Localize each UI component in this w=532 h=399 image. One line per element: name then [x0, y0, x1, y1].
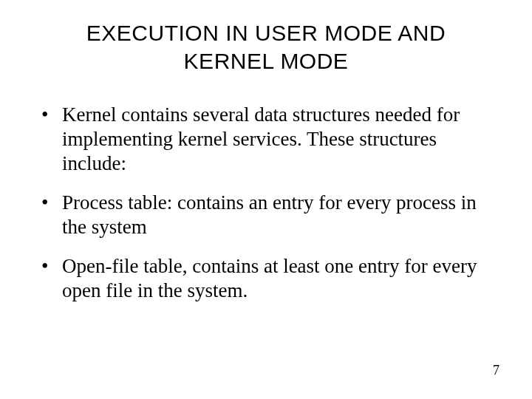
list-item: Open-file table, contains at least one e… — [40, 254, 495, 303]
list-item: Kernel contains several data structures … — [40, 103, 495, 176]
list-item: Process table: contains an entry for eve… — [40, 191, 495, 239]
slide: EXECUTION IN USER MODE AND KERNEL MODE K… — [0, 0, 532, 399]
bullet-list: Kernel contains several data structures … — [34, 103, 498, 303]
page-number: 7 — [493, 363, 499, 378]
slide-title: EXECUTION IN USER MODE AND KERNEL MODE — [41, 19, 491, 75]
